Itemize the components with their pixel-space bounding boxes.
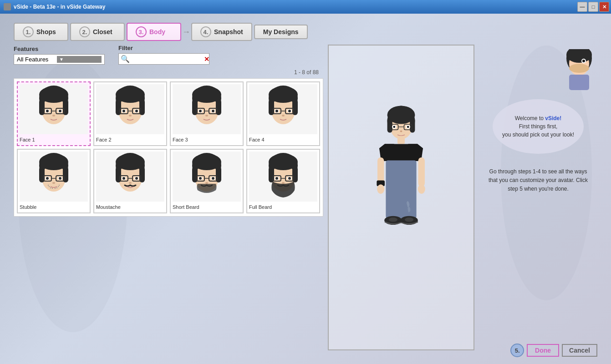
svg-point-126 (400, 130, 402, 132)
dropdown-arrow: ▼ (57, 56, 102, 63)
svg-rect-79 (139, 167, 145, 182)
moustache-label: Moustache (96, 203, 164, 211)
cancel-label: Cancel (569, 347, 590, 354)
face-thumb-face4 (249, 84, 317, 134)
content-area: Features All Features ▼ Filter 🔍 ✕ (14, 45, 597, 350)
svg-point-132 (418, 184, 425, 194)
svg-point-13 (59, 110, 61, 112)
features-value: All Features (17, 56, 57, 63)
close-button[interactable]: ✕ (599, 2, 609, 12)
svg-point-137 (389, 217, 397, 222)
svg-point-131 (377, 184, 384, 194)
face-item-face2[interactable]: Face 2 (93, 81, 167, 146)
svg-point-87 (129, 182, 132, 184)
svg-point-125 (407, 126, 409, 128)
svg-point-53 (282, 115, 285, 116)
tab-body-label: Body (149, 28, 165, 35)
search-icon: 🔍 (121, 55, 130, 63)
nav-tabs: 1. Shops 2. Closet 3. Body → 4. Snapshot… (14, 23, 308, 41)
filter-label: Filter (118, 45, 209, 51)
svg-rect-133 (386, 160, 416, 218)
svg-point-66 (52, 182, 55, 184)
svg-point-85 (122, 177, 125, 180)
svg-rect-44 (269, 99, 274, 115)
welcome-text: Welcome to vSide! First things first, yo… (502, 114, 574, 139)
svg-point-27 (129, 115, 132, 116)
face-item-stubble[interactable]: Stubble (17, 149, 91, 213)
svg-point-98 (199, 177, 202, 180)
svg-point-99 (212, 177, 214, 180)
svg-rect-31 (192, 99, 198, 115)
done-button[interactable]: Done (527, 344, 559, 357)
filter-clear-button[interactable]: ✕ (204, 56, 209, 63)
svg-rect-91 (192, 167, 198, 182)
tab-snapshot-label: Snapshot (214, 28, 243, 35)
face-item-face3[interactable]: Face 3 (170, 81, 244, 146)
svg-rect-92 (216, 167, 221, 182)
face-thumb-fullbeard (249, 152, 317, 202)
svg-point-100 (205, 182, 208, 184)
tab-body[interactable]: 3. Body (127, 23, 181, 41)
svg-point-65 (59, 177, 61, 180)
tab-closet[interactable]: 2. Closet (70, 23, 125, 41)
welcome-line3: you should pick out your look! (502, 131, 574, 138)
features-dropdown[interactable]: All Features ▼ (14, 54, 105, 65)
step5-badge: 5. (510, 344, 524, 357)
tab-snapshot[interactable]: 4. Snapshot (191, 23, 252, 41)
titlebar: vSide - Beta 13e - in vSide Gateway — □ … (0, 0, 611, 14)
svg-point-144 (569, 64, 589, 73)
svg-rect-117 (387, 117, 392, 133)
left-panel: Features All Features ▼ Filter 🔍 ✕ (14, 45, 323, 350)
avatar-panel (328, 45, 474, 350)
filter-group: Filter 🔍 ✕ (118, 45, 209, 65)
filter-input-wrap: 🔍 ✕ (118, 53, 209, 65)
face-item-face1[interactable]: Face 1 (17, 81, 91, 146)
svg-point-39 (212, 110, 214, 112)
step4-badge: 4. (200, 26, 211, 37)
main-window: 1. Shops 2. Closet 3. Body → 4. Snapshot… (0, 14, 611, 364)
face-thumb-stubble (20, 152, 88, 202)
svg-rect-18 (116, 99, 121, 115)
stubble-label: Stubble (20, 203, 88, 211)
tab-shops[interactable]: 1. Shops (14, 23, 68, 41)
face-thumb-face3 (173, 84, 241, 134)
tab-shops-label: Shops (36, 28, 56, 35)
face1-label: Face 1 (20, 136, 88, 143)
window-title: vSide - Beta 13e - in vSide Gateway (14, 4, 105, 10)
face-item-face4[interactable]: Face 4 (246, 81, 320, 146)
svg-rect-19 (139, 99, 145, 115)
tab-mydesigns-label: My Designs (263, 28, 299, 35)
step2-badge: 2. (79, 26, 90, 37)
info-panel: Welcome to vSide! First things first, yo… (479, 45, 597, 350)
tab-closet-label: Closet (93, 28, 112, 35)
face-item-shortbeard[interactable]: Short Beard (170, 149, 244, 213)
minimize-button[interactable]: — (577, 2, 587, 12)
features-group: Features All Features ▼ (14, 46, 105, 65)
svg-rect-127 (397, 137, 405, 144)
steps-info: Go through steps 1-4 to see all the ways… (484, 163, 593, 198)
features-label: Features (14, 46, 105, 52)
maximize-button[interactable]: □ (588, 2, 598, 12)
tab-mydesigns[interactable]: My Designs (254, 25, 308, 39)
svg-point-64 (46, 177, 49, 180)
cancel-button[interactable]: Cancel (562, 344, 597, 357)
face-item-moustache[interactable]: Moustache (93, 149, 167, 213)
titlebar-controls: — □ ✕ (577, 2, 609, 12)
svg-rect-78 (116, 167, 121, 182)
svg-rect-104 (269, 167, 274, 182)
svg-point-51 (275, 110, 278, 112)
svg-point-25 (122, 110, 125, 112)
step3-badge: 3. (136, 26, 147, 37)
svg-point-74 (59, 185, 60, 186)
face2-label: Face 2 (96, 136, 164, 143)
filter-input[interactable] (131, 56, 204, 62)
svg-point-14 (52, 115, 55, 116)
svg-rect-5 (39, 99, 45, 115)
svg-rect-58 (63, 167, 68, 182)
pagination: 1 - 8 of 88 (14, 69, 323, 76)
face-item-fullbeard[interactable]: Full Beard (246, 149, 320, 213)
svg-rect-105 (292, 167, 298, 182)
svg-point-138 (405, 217, 413, 222)
svg-point-67 (49, 186, 50, 187)
steps-text: Go through steps 1-4 to see all the ways… (488, 167, 588, 194)
